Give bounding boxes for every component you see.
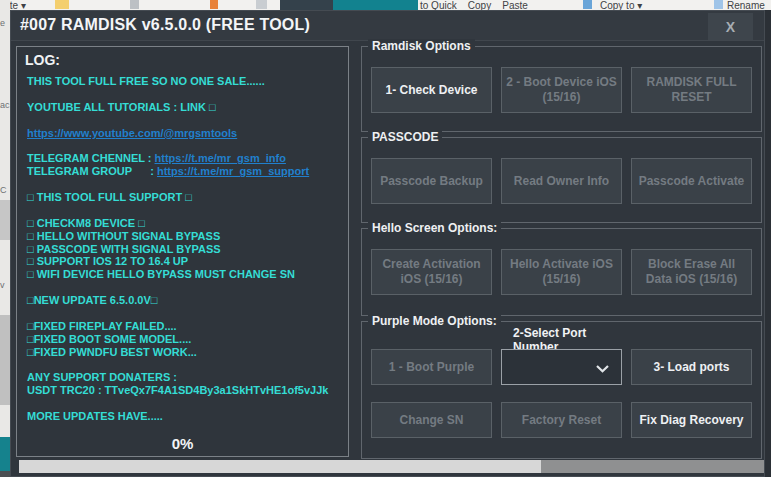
window-title: #007 RAMDISK v6.5.0.0 (FREE TOOL) (20, 16, 310, 34)
log-text: ANY SUPPORT DONATERS : (27, 371, 177, 383)
log-line: □NEW UPDATE 6.5.0.0V□ (27, 294, 343, 307)
text-fragment: C (0, 185, 7, 195)
log-line (27, 114, 343, 127)
taskbar-fragment (0, 437, 10, 471)
log-text: □FIXED FIREPLAY FAILED.... (27, 320, 177, 332)
log-line: □ WIFI DEVICE HELLO BYPASS MUST CHANGE S… (27, 268, 343, 281)
log-line: THIS TOOL FULL FREE SO NO ONE SALE...... (27, 75, 343, 88)
log-text: □ HELLO WITHOUT SIGNAL BYPASS (27, 230, 220, 242)
log-line (27, 139, 343, 152)
fix-diag-recovery-button[interactable]: Fix Diag Recovery (631, 402, 752, 438)
ribbon-dark-block (280, 0, 333, 10)
screen: late ▾ to Quick Copy Paste Copy to ▾ Ren… (0, 0, 771, 477)
app-window: #007 RAMDISK v6.5.0.0 (FREE TOOL) X LOG:… (10, 10, 765, 477)
log-text: THIS TOOL FULL FREE SO NO ONE SALE...... (27, 75, 265, 87)
rename-icon (714, 0, 723, 9)
text-fragment: e (0, 18, 5, 28)
log-lines: THIS TOOL FULL FREE SO NO ONE SALE......… (27, 75, 343, 423)
ramdisk-options-group: Ramdisk Options 1- Check Device 2 - Boot… (361, 46, 762, 132)
chevron-down-icon (596, 365, 609, 373)
factory-reset-button[interactable]: Factory Reset (501, 402, 622, 438)
log-text: □ WIFI DEVICE HELLO BYPASS MUST CHANGE S… (27, 268, 295, 280)
log-line: YOUTUBE ALL TUTORIALS : LINK □ (27, 101, 343, 114)
log-line: □FIXED PWNDFU BEST WORK... (27, 346, 343, 359)
group-label: Hello Screen Options: (368, 221, 501, 235)
log-text: USDT TRC20 : TTveQx7F4A1SD4By3a1SkHTvHE1… (27, 384, 328, 396)
log-line (27, 397, 343, 410)
log-line (27, 178, 343, 191)
progress-bar[interactable] (19, 460, 764, 473)
ribbon-fragment: Copy to ▾ (600, 0, 642, 10)
background-left-sliver: e ac C v a d- (0, 0, 10, 477)
progress-percent: 0% (17, 435, 348, 452)
folder-icon (55, 0, 69, 9)
log-line: TELEGRAM GROUP : https://t.me/mr_gsm_sup… (27, 165, 343, 178)
log-line: □FIXED BOOT SOME MODEL.... (27, 333, 343, 346)
log-line: https://www.youtube.com/@mrgsmtools (27, 127, 343, 140)
log-line (27, 204, 343, 217)
passcode-activate-button[interactable]: Passcode Activate (631, 158, 752, 204)
block-erase-all-data-button[interactable]: Block Erase All Data iOS (15/16) (631, 249, 752, 295)
log-text: □ SUPPORT IOS 12 TO 16.4 UP (27, 255, 188, 267)
purple-mode-options-group: Purple Mode Options: 2-Select Port Numbe… (361, 321, 762, 459)
group-label: Purple Mode Options: (368, 314, 501, 328)
log-line (27, 359, 343, 372)
scrollbar-fragment (0, 200, 10, 240)
ribbon-fragment: Rename (727, 0, 765, 10)
shortcut-icon (210, 0, 218, 9)
log-link[interactable]: https://t.me/mr_gsm_support (157, 165, 309, 177)
progress-bar-track (19, 460, 541, 473)
load-ports-button[interactable]: 3- Load ports (631, 349, 752, 385)
document-icon (130, 0, 139, 9)
change-sn-button[interactable]: Change SN (371, 402, 492, 438)
hello-screen-options-group: Hello Screen Options: Create Activation … (361, 228, 762, 316)
log-header: LOG: (25, 52, 60, 68)
log-line: TELEGRAM CHENNEL : https://t.me/mr_gsm_i… (27, 152, 343, 165)
create-activation-button[interactable]: Create Activation iOS (15/16) (371, 249, 492, 295)
passcode-group: PASSCODE Passcode Backup Read Owner Info… (361, 137, 762, 223)
text-fragment: v (0, 280, 5, 290)
close-button[interactable]: X (708, 13, 753, 40)
log-panel: LOG: THIS TOOL FULL FREE SO NO ONE SALE.… (16, 46, 349, 457)
log-line: □ HELLO WITHOUT SIGNAL BYPASS (27, 230, 343, 243)
log-text: MORE UPDATES HAVE..... (27, 410, 163, 422)
log-line: □FIXED FIREPLAY FAILED.... (27, 320, 343, 333)
boot-device-ios-button[interactable]: 2 - Boot Device iOS (15/16) (501, 67, 622, 113)
log-link[interactable]: https://t.me/mr_gsm_info (155, 152, 286, 164)
read-owner-info-button[interactable]: Read Owner Info (501, 158, 622, 204)
taskbar-fragment (0, 471, 10, 477)
log-line: ANY SUPPORT DONATERS : (27, 371, 343, 384)
list-icon (256, 0, 267, 9)
passcode-backup-button[interactable]: Passcode Backup (371, 158, 492, 204)
ramdisk-full-reset-button[interactable]: RAMDISK FULL RESET (631, 67, 752, 113)
boot-purple-button[interactable]: 1 - Boot Purple (371, 349, 492, 385)
log-text: □ PASSCODE WITH SIGNAL BYPASS (27, 243, 221, 255)
hello-activate-button[interactable]: Hello Activate iOS (15/16) (501, 249, 622, 295)
titlebar[interactable]: #007 RAMDISK v6.5.0.0 (FREE TOOL) X (11, 11, 764, 41)
log-text: □ CHECKM8 DEVICE □ (27, 217, 145, 229)
background-ribbon-strip: late ▾ to Quick Copy Paste Copy to ▾ Ren… (0, 0, 771, 10)
scrollbar-fragment (0, 315, 10, 405)
log-line (27, 88, 343, 101)
log-link[interactable]: https://www.youtube.com/@mrgsmtools (27, 127, 237, 139)
log-line: MORE UPDATES HAVE..... (27, 410, 343, 423)
text-fragment: ac (0, 100, 10, 110)
group-label: Ramdisk Options (368, 39, 475, 53)
log-line (27, 307, 343, 320)
log-text: TELEGRAM CHENNEL : (27, 152, 155, 164)
log-line: □ PASSCODE WITH SIGNAL BYPASS (27, 243, 343, 256)
ribbon-fragment: to Quick Copy Paste (420, 0, 528, 10)
ribbon-selected-block (333, 0, 418, 10)
select-port-number-label: 2-Select Port Number (501, 326, 622, 344)
port-select-dropdown[interactable] (501, 349, 622, 385)
log-text: □FIXED BOOT SOME MODEL.... (27, 333, 191, 345)
log-text: YOUTUBE ALL TUTORIALS : LINK □ (27, 101, 216, 113)
log-text: □ THIS TOOL FULL SUPPORT □ (27, 191, 192, 203)
log-text: □NEW UPDATE 6.5.0.0V□ (27, 294, 157, 306)
check-device-button[interactable]: 1- Check Device (371, 67, 492, 113)
log-text: □FIXED PWNDFU BEST WORK... (27, 346, 197, 358)
log-line: □ SUPPORT IOS 12 TO 16.4 UP (27, 255, 343, 268)
group-label: PASSCODE (368, 130, 442, 144)
log-line (27, 281, 343, 294)
clipboard-icon (583, 0, 592, 9)
